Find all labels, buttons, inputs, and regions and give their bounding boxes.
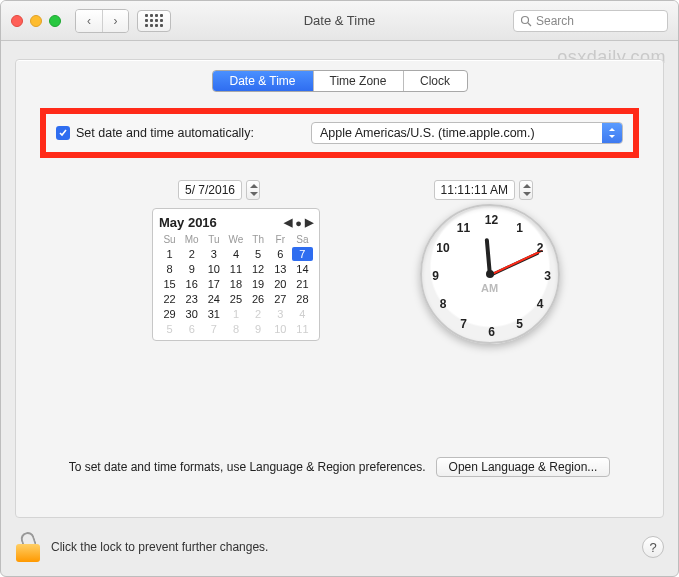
svg-point-0 — [522, 16, 529, 23]
calendar-day[interactable]: 30 — [181, 307, 202, 321]
value-row: 5/ 7/2016 11:11:11 AM — [16, 180, 663, 200]
calendar-day[interactable]: 3 — [203, 247, 224, 261]
calendar-day[interactable]: 6 — [270, 247, 291, 261]
clock-number: 7 — [460, 317, 467, 331]
search-placeholder: Search — [536, 14, 574, 28]
nav-back-forward[interactable]: ‹ › — [75, 9, 129, 33]
calendar-day[interactable]: 10 — [203, 262, 224, 276]
clock-number: 12 — [485, 213, 498, 227]
cal-today-icon[interactable]: ● — [295, 217, 302, 229]
calendar-weekday: We — [225, 233, 246, 246]
clock-wrap: AM 121234567891011 — [360, 204, 619, 344]
time-stepper[interactable] — [519, 180, 533, 200]
content-pane: Date & Time Time Zone Clock Set date and… — [15, 59, 664, 518]
clock-number: 9 — [432, 269, 439, 283]
back-button[interactable]: ‹ — [76, 10, 102, 32]
calendar-day[interactable]: 26 — [248, 292, 269, 306]
show-all-button[interactable] — [137, 10, 171, 32]
auto-time-checkbox[interactable] — [56, 126, 70, 140]
calendar-weekday: Mo — [181, 233, 202, 246]
time-field[interactable]: 11:11:11 AM — [434, 180, 533, 200]
calendar-day[interactable]: 13 — [270, 262, 291, 276]
calendar-day[interactable]: 20 — [270, 277, 291, 291]
calendar-day[interactable]: 2 — [181, 247, 202, 261]
calendar-day[interactable]: 5 — [159, 322, 180, 336]
calendar-day[interactable]: 3 — [270, 307, 291, 321]
svg-marker-2 — [609, 128, 615, 131]
calendar-day[interactable]: 16 — [181, 277, 202, 291]
calendar-day[interactable]: 15 — [159, 277, 180, 291]
calendar-day[interactable]: 29 — [159, 307, 180, 321]
minimize-icon[interactable] — [30, 15, 42, 27]
date-stepper[interactable] — [246, 180, 260, 200]
date-field[interactable]: 5/ 7/2016 — [178, 180, 260, 200]
calendar-grid: SuMoTuWeThFrSa12345678910111213141516171… — [159, 233, 313, 336]
cal-prev-icon[interactable]: ◀ — [284, 216, 292, 229]
calendar-day[interactable]: 11 — [292, 322, 313, 336]
calendar-day[interactable]: 31 — [203, 307, 224, 321]
calendar-day[interactable]: 7 — [292, 247, 313, 261]
calendar-nav: ◀ ● ▶ — [284, 216, 313, 229]
calendar-day[interactable]: 2 — [248, 307, 269, 321]
calendar-day[interactable]: 24 — [203, 292, 224, 306]
calendar-day[interactable]: 12 — [248, 262, 269, 276]
calendar-day[interactable]: 4 — [292, 307, 313, 321]
calendar-day[interactable]: 11 — [225, 262, 246, 276]
grid-icon — [145, 14, 163, 27]
calendar-day[interactable]: 5 — [248, 247, 269, 261]
auto-time-label: Set date and time automatically: — [76, 126, 254, 140]
calendar-header: May 2016 ◀ ● ▶ — [159, 215, 313, 230]
search-icon — [520, 15, 532, 27]
calendar-day[interactable]: 7 — [203, 322, 224, 336]
calendar-day[interactable]: 9 — [248, 322, 269, 336]
cal-next-icon[interactable]: ▶ — [305, 216, 313, 229]
close-icon[interactable] — [11, 15, 23, 27]
check-icon — [58, 128, 68, 138]
open-language-region-button[interactable]: Open Language & Region... — [436, 457, 611, 477]
calendar-day[interactable]: 10 — [270, 322, 291, 336]
tab-clock[interactable]: Clock — [403, 71, 467, 91]
calendar-day[interactable]: 1 — [225, 307, 246, 321]
clock-number: 1 — [516, 221, 523, 235]
clock-number: 2 — [537, 241, 544, 255]
calendar-day[interactable]: 9 — [181, 262, 202, 276]
help-button[interactable]: ? — [642, 536, 664, 558]
calendar-day[interactable]: 4 — [225, 247, 246, 261]
calendar-day[interactable]: 25 — [225, 292, 246, 306]
lock-icon[interactable] — [15, 532, 41, 562]
calendar-day[interactable]: 21 — [292, 277, 313, 291]
calendar-day[interactable]: 18 — [225, 277, 246, 291]
tab-date-time[interactable]: Date & Time — [213, 71, 313, 91]
calendar-day[interactable]: 6 — [181, 322, 202, 336]
date-value[interactable]: 5/ 7/2016 — [178, 180, 242, 200]
panels: May 2016 ◀ ● ▶ SuMoTuWeThFrSa12345678910… — [16, 200, 663, 344]
calendar-day[interactable]: 28 — [292, 292, 313, 306]
clock-pin — [486, 270, 494, 278]
calendar-day[interactable]: 17 — [203, 277, 224, 291]
calendar-day[interactable]: 19 — [248, 277, 269, 291]
calendar-day[interactable]: 14 — [292, 262, 313, 276]
calendar-day[interactable]: 27 — [270, 292, 291, 306]
clock-number: 10 — [436, 241, 449, 255]
clock-number: 11 — [457, 221, 470, 235]
format-hint-row: To set date and time formats, use Langua… — [16, 457, 663, 477]
zoom-icon[interactable] — [49, 15, 61, 27]
time-server-combo[interactable]: Apple Americas/U.S. (time.apple.com.) — [311, 122, 623, 144]
calendar-title: May 2016 — [159, 215, 217, 230]
calendar-day[interactable]: 8 — [225, 322, 246, 336]
tab-time-zone[interactable]: Time Zone — [313, 71, 403, 91]
title-bar: ‹ › Date & Time Search — [1, 1, 678, 41]
calendar[interactable]: May 2016 ◀ ● ▶ SuMoTuWeThFrSa12345678910… — [152, 208, 320, 341]
auto-time-row: Set date and time automatically: Apple A… — [40, 108, 639, 158]
forward-button[interactable]: › — [102, 10, 128, 32]
search-input[interactable]: Search — [513, 10, 668, 32]
time-value[interactable]: 11:11:11 AM — [434, 180, 515, 200]
clock-ampm: AM — [481, 282, 498, 294]
calendar-day[interactable]: 8 — [159, 262, 180, 276]
traffic-lights — [11, 15, 61, 27]
svg-line-1 — [528, 23, 531, 26]
calendar-day[interactable]: 1 — [159, 247, 180, 261]
calendar-day[interactable]: 23 — [181, 292, 202, 306]
lock-row: Click the lock to prevent further change… — [15, 528, 664, 566]
calendar-day[interactable]: 22 — [159, 292, 180, 306]
